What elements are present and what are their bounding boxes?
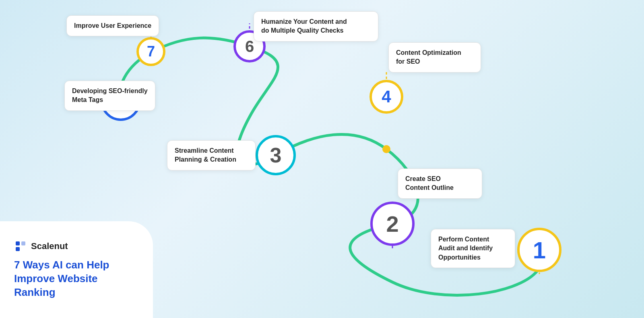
brand-card: Scalenut 7 Ways AI can Help Improve Webs…	[0, 221, 153, 318]
main-background: 7 6 5 4 3 2 1 Improve User Experience Hu…	[0, 0, 644, 318]
label-step-7: Improve User Experience	[66, 15, 159, 36]
svg-point-9	[382, 145, 390, 153]
label-step-3: Streamline ContentPlanning & Creation	[167, 140, 256, 170]
step-4-circle: 4	[369, 80, 403, 114]
svg-rect-12	[16, 247, 20, 251]
step-2-circle: 2	[370, 202, 415, 246]
step-7-circle: 7	[136, 37, 165, 66]
step-3-circle: 3	[256, 135, 296, 175]
brand-name: Scalenut	[31, 241, 68, 251]
label-step-6: Humanize Your Content anddo Multiple Qua…	[254, 11, 378, 42]
label-step-2: Create SEOContent Outline	[398, 168, 482, 199]
step-1-circle: 1	[517, 228, 561, 272]
svg-rect-11	[16, 241, 20, 245]
tagline: 7 Ways AI can Help Improve Website Ranki…	[14, 258, 139, 299]
brand-logo-icon	[14, 240, 27, 253]
label-step-5: Developing SEO-friendlyMeta Tags	[64, 81, 155, 111]
label-step-4: Content Optimizationfor SEO	[388, 42, 481, 73]
brand-row: Scalenut	[14, 240, 139, 253]
label-step-1: Perform ContentAudit and IdentifyOpportu…	[431, 229, 515, 268]
svg-rect-13	[21, 241, 25, 245]
